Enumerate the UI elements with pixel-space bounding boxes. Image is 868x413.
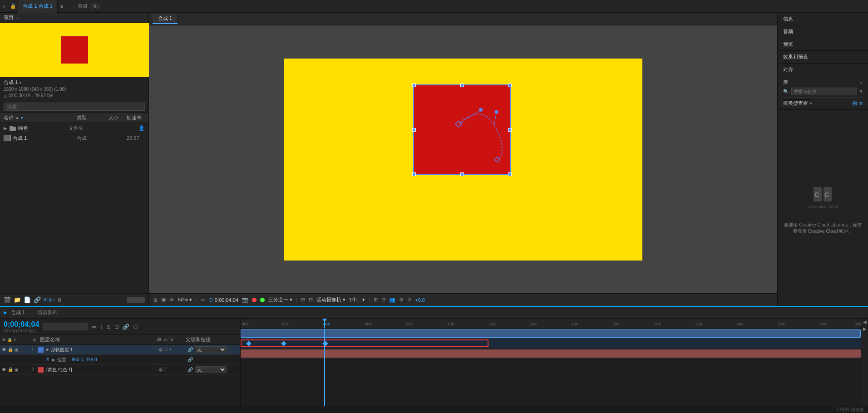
comp-tab-1[interactable]: 合成 1	[153, 14, 178, 24]
view-count[interactable]: 1个... ▾	[349, 296, 365, 303]
viewer-zoom-level[interactable]: 50% ▾	[178, 297, 192, 303]
col-fps-header[interactable]: 帧速率	[127, 114, 145, 121]
col-name-header[interactable]: 名称 ▲ ▾	[4, 114, 77, 121]
sw2[interactable]: ☆	[164, 347, 168, 352]
keyframe-1[interactable]	[246, 341, 251, 346]
library-dropdown-icon[interactable]: ▾	[860, 88, 863, 94]
right-section-align[interactable]: 对齐	[778, 64, 868, 76]
right-section-audio[interactable]: 音频	[778, 25, 868, 38]
trash-btn[interactable]: 🗑	[57, 297, 62, 303]
right-section-info[interactable]: 信息	[778, 13, 868, 25]
tab-close-btn[interactable]: ×	[0, 4, 8, 9]
handle-bottom-right[interactable]	[508, 172, 512, 176]
vis-eye-2[interactable]: 👁	[2, 367, 6, 372]
viewer-fit-icon[interactable]: ⊞	[301, 297, 305, 303]
viewer-exposure[interactable]: +0.0	[415, 297, 425, 303]
view-list-btn[interactable]: ≡	[859, 100, 863, 107]
tl-icon2[interactable]: ↕	[100, 324, 103, 330]
project-search-bar	[0, 101, 148, 113]
folder-expand-icon: ▶	[4, 126, 7, 131]
red-rect-layer[interactable]	[413, 84, 511, 175]
viewer-btn6[interactable]: ⊟	[381, 297, 385, 303]
sw2-3[interactable]: /	[164, 367, 166, 372]
prop-stopwatch-icon[interactable]: ⏱	[45, 357, 50, 362]
prop-expand-icon[interactable]: ▶	[52, 357, 55, 362]
sw1[interactable]: 单	[158, 347, 163, 353]
vis-solo-1[interactable]: ◉	[15, 347, 19, 352]
col-size-header[interactable]: 大小	[108, 114, 127, 121]
vis-lock-1[interactable]: 🔒	[8, 347, 13, 352]
viewer-snapshot-icon[interactable]: 📷	[242, 297, 248, 303]
viewer-monitor-icon[interactable]: 🖥	[153, 297, 158, 303]
import-btn[interactable]: 📄	[24, 296, 31, 303]
library-menu-icon[interactable]: ≡	[860, 80, 863, 85]
col-type-header[interactable]: 类型	[77, 114, 108, 121]
viewer-cam2-icon[interactable]: 👁	[169, 297, 174, 303]
tl-layer-row-1[interactable]: 👁 🔒 ◉ 1 ★ 形状图层 1 单 ☆ / 🔗 无	[0, 345, 240, 355]
project-menu-icon[interactable]: ≡	[16, 15, 19, 20]
comp-dropdown-icon[interactable]: ▾	[20, 80, 22, 85]
handle-top-center[interactable]	[460, 84, 464, 87]
vis-solo-2[interactable]: ◉	[15, 367, 19, 372]
keyframe-2[interactable]	[281, 341, 286, 346]
tl-icon1[interactable]: ⇔	[92, 324, 96, 330]
tl-icon5[interactable]: 🔗	[123, 324, 129, 330]
tl-icon3[interactable]: ⊞	[106, 324, 111, 330]
parent-select-2[interactable]: 无	[195, 366, 227, 373]
list-item[interactable]: 合成 1 合成 29.97	[0, 133, 148, 143]
sw2-1[interactable]: 单	[158, 367, 163, 373]
camera-selector[interactable]: 活动摄像机 ▾	[316, 296, 345, 303]
handle-bottom-left[interactable]	[412, 172, 416, 176]
color-depth-label[interactable]: 8 bpc	[44, 297, 54, 302]
new-comp-btn[interactable]: 🎬	[4, 296, 11, 303]
dependency-btn[interactable]: 🔗	[34, 296, 41, 303]
by-type-row[interactable]: 按类型查看 ▾	[783, 99, 812, 107]
tl-icon4[interactable]: ⊡	[114, 324, 119, 330]
vis-lock-2[interactable]: 🔒	[8, 367, 13, 372]
tab-menu-icon[interactable]: ≡	[58, 4, 66, 9]
handle-middle-right[interactable]	[508, 128, 512, 132]
right-section-effects[interactable]: 效果和预设	[778, 51, 868, 64]
tl-icon6[interactable]: ⬡	[133, 324, 138, 330]
quality-selector[interactable]: 三分之一 ▾	[268, 296, 292, 303]
view-grid-btn[interactable]: ⊞	[852, 100, 857, 107]
tl-expand-icon[interactable]: ▶	[4, 310, 7, 315]
tl-search-input[interactable]	[43, 323, 88, 330]
sw3[interactable]: /	[170, 347, 171, 352]
viewer-btn8[interactable]: ⚙	[399, 297, 404, 303]
handle-bottom-center[interactable]	[460, 172, 464, 176]
handle-top-right[interactable]	[508, 84, 512, 87]
layer-star-1[interactable]: ★	[45, 347, 49, 353]
viewer-refresh-icon[interactable]: ↺	[407, 297, 411, 303]
ruler-tick-16: 16s	[571, 322, 578, 326]
list-item[interactable]: ▶ 纯色 文件夹 👤	[0, 123, 148, 133]
library-search-input[interactable]	[791, 88, 857, 95]
handle-middle-left[interactable]	[412, 128, 416, 132]
viewer-resize-icon[interactable]: ⊟	[309, 297, 313, 303]
track-bar-1[interactable]	[241, 329, 861, 338]
col-headers: 名称 ▲ ▾ 类型 大小 帧速率	[0, 113, 148, 123]
sep2: |	[296, 297, 297, 303]
viewer-btn7[interactable]: 👥	[389, 297, 395, 303]
tl-time-display[interactable]: 0;00;04;04	[4, 320, 39, 329]
tl-render-btn[interactable]: 渲染队列	[38, 309, 58, 316]
edge-icon-2[interactable]: ▶	[863, 326, 867, 331]
ruler-ticks: :00s 02s 04s 06s 08s 10s 12s 14s 16s 18s…	[241, 319, 861, 327]
new-folder-btn[interactable]: 📁	[14, 296, 21, 303]
layer-color-1	[38, 347, 44, 353]
playhead[interactable]	[324, 319, 325, 328]
tab-comp1[interactable]: 合成 1 合成 1	[18, 0, 57, 13]
tl-layer-row-2[interactable]: 👁 🔒 ◉ 2 [黄色 纯色 1] 单 / 🔗 无	[0, 365, 240, 375]
viewer-grid-icon[interactable]: ▣	[161, 297, 166, 303]
handle-top-left[interactable]	[412, 84, 416, 87]
project-search-input[interactable]	[4, 103, 145, 111]
track-bar-2[interactable]	[241, 349, 861, 358]
right-section-preview[interactable]: 预览	[778, 38, 868, 51]
viewer-btn5[interactable]: ⊞	[374, 297, 378, 303]
parent-select-1[interactable]: 无	[195, 346, 227, 353]
viewer-arrows-icon[interactable]: ⇔	[201, 297, 205, 303]
track-row-2	[241, 349, 861, 359]
vis-eye-1[interactable]: 👁	[2, 347, 6, 352]
prop-value-position[interactable]: 960.0, 358.0	[72, 357, 97, 362]
edge-icon-1[interactable]: ◀	[863, 320, 867, 324]
